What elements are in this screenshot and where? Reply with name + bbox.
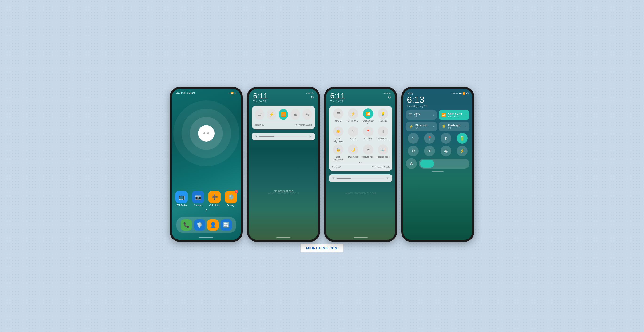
airplane-label: Airplane mode [362,156,374,158]
home-dock: 📞 🛡️ 👤 🔄 [176,217,236,233]
cc-circle-bolt[interactable]: ⚡ [457,146,468,156]
ext-tile-auto-bright[interactable]: ☀️ Auto brightness [332,126,345,142]
cc-tile-bluetooth[interactable]: ⚡ Bluetooth Off › [406,122,437,132]
bt-tile-arrow: › [433,125,434,128]
jerry-tile-icon[interactable]: ☰ [333,109,344,119]
dark-mode-icon[interactable]: 🌙 [348,144,358,155]
ext-tile-jerry[interactable]: ☰ Jerry ↙ [332,109,345,125]
dns-icon[interactable]: 1' [348,126,358,137]
cc-date: Thursday, July 28 [403,104,472,109]
brightness-track-3[interactable] [336,178,384,179]
cc-circle-location[interactable]: 📍 [424,133,435,144]
ext-tile-performance[interactable]: ⬆ Performan… [376,126,390,142]
location-tile-icon[interactable]: 📍 [363,126,373,137]
dock-phone[interactable]: 📞 [181,219,192,231]
flash-tile-arrow: › [466,125,467,128]
ext-tile-airplane[interactable]: ✈ Airplane mode [362,144,375,160]
wifi-tile-glyph: 📶 [442,113,446,117]
dock-mirror[interactable]: 🔄 [221,219,232,231]
perf-label: Performan… [377,138,388,140]
flash-tile-icon[interactable]: 💡 [378,109,388,119]
screens-row: 6:13 PM | 0.0KB/s ▪▪▪ 📶 49 📺 [165,80,479,244]
perf-icon[interactable]: ⬆ [378,126,388,137]
ext-tile-wifi[interactable]: 📶 Chana-Chur ↙ [362,109,375,125]
reading-label: Reading mode [376,156,390,158]
quick-tiles: ☰ ⚡ 📶 ◉ ◎ [255,109,312,120]
cc-tile-jerry[interactable]: ☰ Jerry Off › [406,110,437,120]
battery-badge: 49 [234,92,236,94]
cc-tile-wifi[interactable]: 📶 Chana-Chu Connected › [439,110,470,120]
cc-circle-focus[interactable]: ◉ [440,146,451,156]
data-month: This month: 2.0KB [294,124,312,126]
cc-auto-button[interactable]: A [406,158,417,169]
app-camera-label: Camera [194,204,202,207]
cc-connection-tiles: ☰ Jerry Off › 📶 Chana-Chu Connected [406,110,470,132]
quick-panel-2: ☰ ⚡ 📶 ◉ ◎ Today: 0B This month: 2.0KB [252,106,315,129]
ext-tile-dark[interactable]: 🌙 Dark mode [347,144,360,160]
cc-tile-flashlight[interactable]: 💡 Flashlight Off › [439,122,470,132]
cc-circle-settings[interactable]: ⚙ [408,146,419,156]
autobright-label: Auto brightness [332,138,345,142]
app-fm-icon[interactable]: 📺 [176,191,188,203]
settings-gear-icon[interactable]: ⚙ [310,95,314,99]
cc-username: Jerry [407,92,413,95]
quick-tile-bt[interactable]: ⚡ [267,109,276,120]
cc-toggle-track[interactable] [419,159,470,168]
quick-tile-menu[interactable]: ☰ [255,109,264,120]
fm-icon-glyph: 📺 [178,194,185,200]
bt-tile-info: Bluetooth Off [416,124,427,129]
ext-tile-dns[interactable]: 1' 1.1.1.1 [347,126,360,142]
app-fm-label: FM Radio [176,204,186,207]
screen-1: 6:13 PM | 0.0KB/s ▪▪▪ 📶 49 📺 [172,89,241,240]
dock-security[interactable]: 🛡️ [194,219,205,231]
app-calc-icon[interactable]: ➕ [208,191,221,203]
ext-tile-reading[interactable]: 📖 Reading mode [376,144,390,160]
bt-tile-icon[interactable]: ⚡ [348,109,358,119]
lock-orient-icon[interactable]: 🔒 [333,144,344,155]
jerry-tile-info: Jerry Off [414,112,420,117]
dot-1 [359,162,360,164]
app-fm-radio[interactable]: 📺 FM Radio [176,191,188,207]
ext-tile-flashlight[interactable]: 💡 Flashlight [376,109,390,125]
phone-3: 6:11 Thu, Jul 28 3.8KB/s ⚙ ☰ Jerry ↙ [324,87,397,242]
app-camera[interactable]: 📷 Camera [192,191,204,207]
wifi-tile-icon[interactable]: 📶 [363,109,373,119]
ext-panel-bg: 6:11 Thu, Jul 28 3.8KB/s ⚙ ☰ Jerry ↙ [326,89,395,240]
app-calculator[interactable]: ➕ Calculator [208,191,221,207]
reading-icon[interactable]: 📖 [378,144,388,155]
watermark-3: WWW.MI-THEME.COM [345,192,376,195]
app-camera-icon[interactable]: 📷 [192,191,204,203]
cc-circle-battery[interactable]: 🔋 [457,133,468,144]
ext-tile-location[interactable]: 📍 Location [362,126,375,142]
settings-badge: 1 [235,190,238,193]
signal-icon: ▪▪▪ [228,92,230,94]
notif-date-3: Thu, Jul 28 [330,100,345,103]
airplane-icon[interactable]: ✈ [363,144,373,155]
app-settings-icon[interactable]: ⚙️ 1 [225,191,237,203]
footer-link[interactable]: MIUI-THEME.COM [306,246,338,250]
cc-circle-perf[interactable]: ⬆ [440,133,451,144]
autobright-icon[interactable]: ☀️ [333,126,344,137]
ext-tile-bluetooth[interactable]: ⚡ Bluetooth ↙ [347,109,360,125]
face-dots [204,132,209,134]
brightness-bar-2[interactable]: ☀ ☀ [252,133,315,140]
home-apps: 📺 FM Radio 📷 Camera ➕ [172,191,241,212]
dock-contacts[interactable]: 👤 [207,219,218,231]
settings-gear-icon-3[interactable]: ⚙ [388,95,391,99]
app-settings[interactable]: ⚙️ 1 Settings [225,191,237,207]
quick-tile-wifi[interactable]: 📶 [279,109,288,120]
brightness-track[interactable] [260,136,307,137]
cc-circle-airplane[interactable]: ✈ [424,146,435,156]
screen-4: Jerry 1.0KB/s ▪▪▪ 📶 49 6:13 Thursday, Ju… [403,89,472,240]
notif-top-right-3: 3.8KB/s ⚙ [384,92,391,99]
brightness-bar-3[interactable]: ☀ ☀ [329,174,392,182]
quick-tile-more[interactable]: ◎ [302,109,312,120]
quick-tile-data[interactable]: ◉ [290,109,300,120]
dot-2 [361,162,362,164]
quick-panel-3: ☰ Jerry ↙ ⚡ Bluetooth ↙ 📶 Chana-Chur ↙ [329,106,392,171]
dark-mode-label: Dark mode [348,156,358,158]
ext-tile-lock-orient[interactable]: 🔒 Lock orientation [332,144,345,160]
brightness-low-icon: ☀ [255,135,258,138]
data-today-3: Today: 0B [332,166,341,168]
cc-circle-dns[interactable]: 1' [408,133,419,144]
